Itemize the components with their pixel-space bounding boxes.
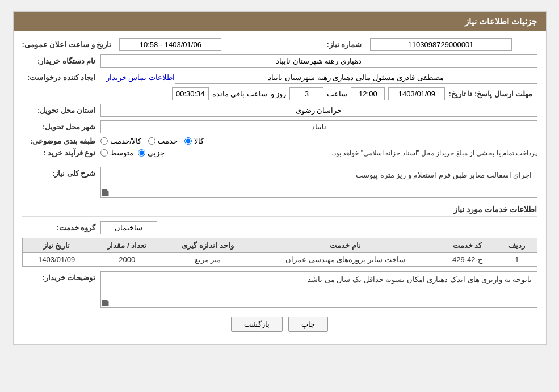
row-province: خراسان رضوی استان محل تحویل:	[22, 104, 537, 117]
radio-kala-khedmat: کالا/خدمت	[100, 137, 142, 145]
col-code: کد خدمت	[438, 238, 497, 253]
row-number-date: 1103098729000001 شماره نیاز: 1403/01/06 …	[22, 38, 537, 51]
row-creator: مصطفی قادری مسئول مالی دهیاری رهنه شهرست…	[22, 71, 537, 84]
cell-unit: متر مربع	[163, 253, 253, 267]
radio-kala-label: کالا	[194, 137, 204, 145]
date-time-section: 1403/01/06 - 10:58 تاریخ و ساعت اعلان عم…	[22, 38, 271, 51]
need-number-section: 1103098729000001 شماره نیاز:	[288, 38, 537, 51]
need-desc-label: شرح کلی نیاز:	[22, 169, 96, 178]
org-name-value: دهیاری رهنه شهرستان نایباد	[100, 54, 537, 68]
org-name-label: نام دستگاه خریدار:	[22, 57, 96, 65]
button-bar: چاپ بازگشت	[22, 317, 537, 332]
creator-label: ایجاد کننده درخواست:	[22, 73, 96, 82]
radio-khedmat-input[interactable]	[148, 137, 155, 145]
remain-value: 00:30:34	[172, 87, 209, 100]
radio-mutavasit-label: متوسط	[110, 149, 133, 157]
col-row: ردیف	[497, 238, 537, 253]
date-time-value: 1403/01/06 - 10:58	[119, 38, 221, 51]
radio-jozii: جزیی	[138, 149, 165, 157]
need-number-value: 1103098729000001	[370, 38, 512, 51]
back-button[interactable]: بازگشت	[231, 317, 283, 332]
row-service-group: ساختمان گروه خدمت:	[22, 221, 537, 234]
col-unit: واحد اندازه گیری	[163, 238, 253, 253]
purchase-radio-group: متوسط جزیی	[100, 149, 165, 157]
buyer-desc-value: باتوجه به واریزی های اندک دهیاری امکان ت…	[100, 271, 537, 308]
table-header-row: ردیف کد خدمت نام خدمت واحد اندازه گیری ت…	[22, 238, 537, 253]
divider1	[22, 162, 537, 162]
radio-mutavasit: متوسط	[100, 149, 133, 157]
row-deadline: 00:30:34 ساعت باقی مانده روز و 3 ساعت 12…	[22, 87, 537, 100]
city-value: نایباد	[100, 120, 537, 133]
radio-jozii-label: جزیی	[148, 149, 165, 157]
radio-khedmat: خدمت	[148, 137, 178, 145]
services-table: ردیف کد خدمت نام خدمت واحد اندازه گیری ت…	[22, 238, 537, 267]
time-value: 12:00	[351, 87, 385, 100]
days-label: روز و	[271, 90, 287, 98]
cell-qty: 2000	[91, 253, 163, 267]
date-time-label: تاریخ و ساعت اعلان عمومی:	[22, 40, 112, 49]
row-org: دهیاری رهنه شهرستان نایباد نام دستگاه خر…	[22, 54, 537, 68]
need-number-label: شماره نیاز:	[288, 40, 362, 49]
radio-khedmat-label: خدمت	[158, 137, 178, 145]
main-container: جزئیات اطلاعات نیاز 1103098729000001 شما…	[13, 11, 547, 345]
content-area: 1103098729000001 شماره نیاز: 1403/01/06 …	[14, 31, 546, 344]
creator-value: مصطفی قادری مسئول مالی دهیاری رهنه شهرست…	[175, 71, 537, 84]
radio-kala: کالا	[184, 137, 204, 145]
deadline-row: 00:30:34 ساعت باقی مانده روز و 3 ساعت 12…	[22, 87, 537, 100]
row-category: کالا/خدمت خدمت کالا طبقه بندی موضوعی:	[22, 137, 537, 145]
radio-jozii-input[interactable]	[138, 149, 145, 157]
category-radio-group: کالا/خدمت خدمت کالا	[100, 137, 204, 145]
radio-kala-khedmat-label: کالا/خدمت	[110, 137, 142, 145]
radio-mutavasit-input[interactable]	[100, 149, 108, 157]
province-label: استان محل تحویل:	[22, 106, 96, 115]
time-label: ساعت	[327, 90, 347, 98]
service-group-value: ساختمان	[100, 221, 157, 234]
col-qty: تعداد / مقدار	[91, 238, 163, 253]
services-section-title: اطلاعات خدمات مورد نیاز	[22, 205, 537, 217]
row-purchase-type: پرداخت تمام یا بخشی از مبلغ خریداز محل "…	[22, 149, 537, 157]
deadline-label: مهلت ارسال پاسخ: تا تاریخ:	[448, 90, 532, 98]
need-desc-container: اجرای اسفالت معابر طبق فرم استعلام و ریز…	[100, 167, 537, 198]
purchase-type-label: نوع فرآیند خرید :	[22, 149, 96, 157]
page-header: جزئیات اطلاعات نیاز	[14, 12, 546, 31]
city-label: شهر محل تحویل:	[22, 123, 96, 131]
row-city: نایباد شهر محل تحویل:	[22, 120, 537, 133]
print-button[interactable]: چاپ	[288, 317, 328, 332]
contact-link[interactable]: اطلاعات تماس خریدار	[106, 73, 175, 82]
service-group-label: گروه خدمت:	[22, 224, 96, 232]
remain-label: ساعت باقی مانده	[212, 90, 267, 98]
cell-code: ج-42-429	[438, 253, 497, 267]
col-date: تاریخ نیاز	[22, 238, 91, 253]
purchase-note: پرداخت تمام یا بخشی از مبلغ خریداز محل "…	[165, 149, 537, 157]
page-title: جزئیات اطلاعات نیاز	[465, 16, 537, 26]
radio-kala-input[interactable]	[184, 137, 192, 145]
buyer-desc-container: باتوجه به واریزی های اندک دهیاری امکان ت…	[100, 271, 537, 308]
radio-kala-khedmat-input[interactable]	[100, 137, 108, 145]
row-buyer-desc: باتوجه به واریزی های اندک دهیاری امکان ت…	[22, 271, 537, 308]
table-row: 1ج-42-429ساخت سایر پروژه‌های مهندسی عمرا…	[22, 253, 537, 267]
cell-row: 1	[497, 253, 537, 267]
province-value: خراسان رضوی	[100, 104, 537, 117]
row-need-desc: اجرای اسفالت معابر طبق فرم استعلام و ریز…	[22, 167, 537, 198]
days-value: 3	[289, 87, 323, 100]
table-head: ردیف کد خدمت نام خدمت واحد اندازه گیری ت…	[22, 238, 537, 253]
buyer-desc-label: توضیحات خریدار:	[22, 273, 96, 282]
need-desc-value: اجرای اسفالت معابر طبق فرم استعلام و ریز…	[100, 167, 537, 198]
category-label: طبقه بندی موضوعی:	[22, 137, 96, 145]
cell-date: 1403/01/09	[22, 253, 91, 267]
col-name: نام خدمت	[253, 238, 438, 253]
cell-name: ساخت سایر پروژه‌های مهندسی عمران	[253, 253, 438, 267]
deadline-date: 1403/01/09	[388, 87, 445, 100]
table-body: 1ج-42-429ساخت سایر پروژه‌های مهندسی عمرا…	[22, 253, 537, 267]
